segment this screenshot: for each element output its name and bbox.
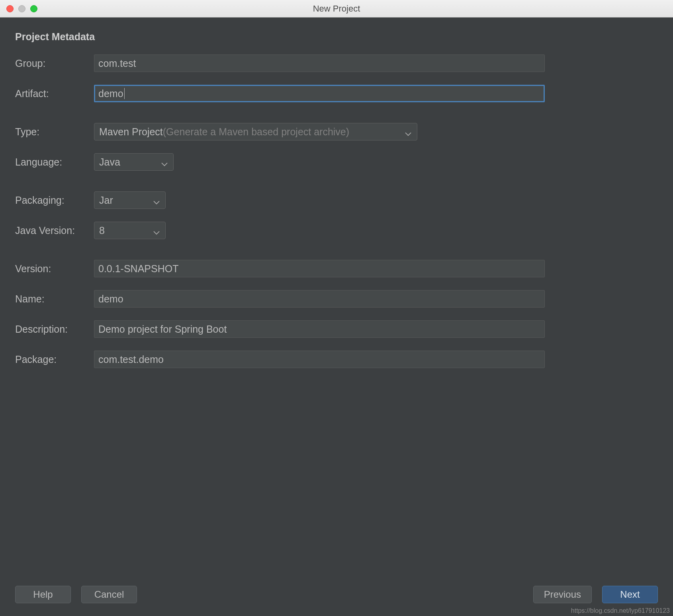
close-icon[interactable] [6,5,14,12]
java-version-select-value: 8 [99,225,105,236]
packaging-select[interactable]: Jar [94,191,166,209]
group-label: Group: [15,58,94,69]
artifact-input[interactable]: demo [94,85,545,102]
type-select-hint: (Generate a Maven based project archive) [163,126,349,138]
text-caret [124,88,125,99]
name-label: Name: [15,293,94,305]
version-input-text[interactable] [98,260,540,277]
minimize-icon[interactable] [18,5,25,12]
language-select-value: Java [99,156,120,168]
name-input-text[interactable] [98,290,540,307]
version-label: Version: [15,263,94,275]
group-input[interactable] [94,55,545,72]
cancel-button[interactable]: Cancel [81,586,137,603]
name-input[interactable] [94,290,545,308]
artifact-label: Artifact: [15,88,94,99]
help-button[interactable]: Help [15,586,71,603]
artifact-input-text[interactable]: demo [98,88,123,99]
previous-button[interactable]: Previous [533,586,592,603]
chevron-down-icon [153,195,160,207]
traffic-lights [0,5,37,12]
chevron-down-icon [153,226,160,237]
package-input[interactable] [94,351,545,368]
dialog-content: Project Metadata Group: Artifact: demo T… [0,18,673,616]
language-label: Language: [15,156,94,168]
new-project-dialog: New Project Project Metadata Group: Arti… [0,0,673,616]
type-select[interactable]: Maven Project (Generate a Maven based pr… [94,123,417,140]
watermark: https://blog.csdn.net/lyp617910123 [571,607,670,614]
version-input[interactable] [94,260,545,277]
description-input[interactable] [94,320,545,338]
java-version-select[interactable]: 8 [94,222,166,239]
section-title: Project Metadata [15,31,658,43]
java-version-label: Java Version: [15,225,94,236]
packaging-select-value: Jar [99,195,113,206]
description-label: Description: [15,324,94,335]
metadata-form: Group: Artifact: demo Type: Maven Projec… [15,55,658,381]
dialog-footer: Help Cancel Previous Next [15,586,658,606]
maximize-icon[interactable] [30,5,37,12]
next-button[interactable]: Next [602,586,658,603]
packaging-label: Packaging: [15,195,94,206]
package-input-text[interactable] [98,351,540,368]
window-title: New Project [0,0,673,18]
package-label: Package: [15,354,94,365]
type-label: Type: [15,126,94,138]
group-input-text[interactable] [98,55,540,72]
type-select-value: Maven Project [99,126,163,138]
titlebar: New Project [0,0,673,18]
chevron-down-icon [161,157,168,169]
language-select[interactable]: Java [94,153,174,171]
chevron-down-icon [405,127,411,138]
description-input-text[interactable] [98,321,540,337]
